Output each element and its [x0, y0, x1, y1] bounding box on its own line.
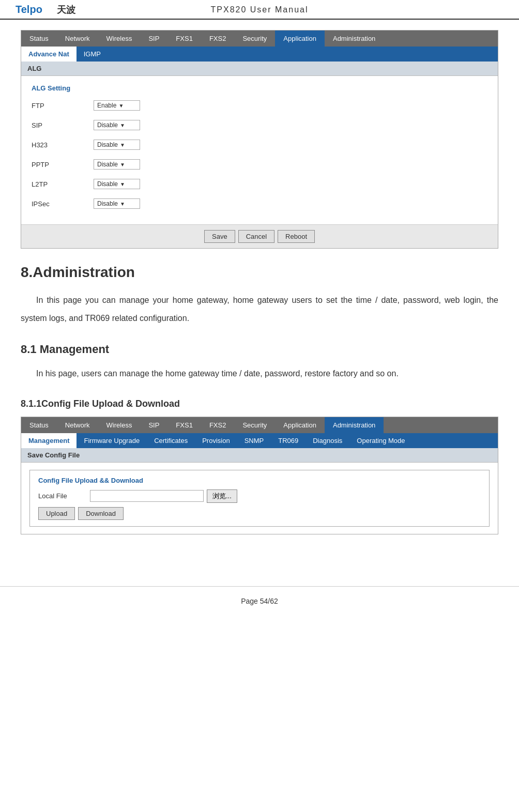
doc-management-section: 8.1 Management In his page, users can ma… [21, 343, 498, 382]
alg-section-header: ALG [21, 62, 498, 76]
nav-status[interactable]: Status [21, 30, 57, 47]
svg-text:Telpo: Telpo [16, 4, 42, 15]
browse-button[interactable]: 浏览... [207, 489, 237, 503]
h323-label: H323 [32, 141, 94, 149]
h323-select[interactable]: Disable ▼ [94, 140, 140, 150]
download-button[interactable]: Download [78, 507, 124, 520]
sub-nav-certificates[interactable]: Certificates [147, 433, 195, 448]
sip-dropdown-icon: ▼ [120, 122, 136, 128]
ipsec-label: IPSec [32, 200, 94, 208]
ftp-label: FTP [32, 102, 94, 110]
sub-nav-snmp[interactable]: SNMP [237, 433, 271, 448]
ftp-value: Enable [97, 102, 116, 109]
pptp-dropdown-icon: ▼ [120, 162, 136, 167]
sub-nav-igmp[interactable]: IGMP [77, 47, 108, 62]
reboot-button[interactable]: Reboot [278, 230, 315, 243]
page-footer: Page 54/62 [0, 586, 519, 610]
pptp-label: PPTP [32, 161, 94, 168]
sub-nav-tr069[interactable]: TR069 [271, 433, 306, 448]
l2tp-select[interactable]: Disable ▼ [94, 179, 140, 189]
sip-label: SIP [32, 121, 94, 129]
admin-nav-fxs2[interactable]: FXS2 [201, 417, 235, 433]
doc-h3-config: 8.1.1Config File Upload & Download [21, 399, 498, 409]
first-sub-nav-bar: Advance Nat IGMP [21, 47, 498, 62]
doc-h2-management: 8.1 Management [21, 343, 498, 356]
config-file-section: Config File Upload && Download Local Fil… [21, 463, 498, 534]
admin-nav-status[interactable]: Status [21, 417, 57, 433]
l2tp-value: Disable [97, 180, 118, 188]
doc-config-section: 8.1.1Config File Upload & Download Statu… [21, 399, 498, 534]
admin-nav-network[interactable]: Network [57, 417, 98, 433]
admin-nav-application[interactable]: Application [275, 417, 325, 433]
config-subsection-title: Config File Upload && Download [38, 477, 481, 484]
nav-application[interactable]: Application [275, 30, 325, 47]
first-nav-bar: Status Network Wireless SIP FXS1 FXS2 Se… [21, 30, 498, 47]
h323-dropdown-icon: ▼ [120, 142, 136, 148]
ftp-row: FTP Enable ▼ [32, 98, 487, 113]
nav-wireless[interactable]: Wireless [98, 30, 141, 47]
nav-fxs2[interactable]: FXS2 [201, 30, 235, 47]
alg-form-content: ALG Setting FTP Enable ▼ SIP Disable ▼ H… [21, 76, 498, 224]
ftp-select[interactable]: Enable ▼ [94, 100, 140, 111]
alg-subsection-title: ALG Setting [32, 84, 487, 92]
l2tp-dropdown-icon: ▼ [120, 181, 136, 187]
admin-nav-security[interactable]: Security [234, 417, 275, 433]
sub-nav-operating-mode[interactable]: Operating Mode [349, 433, 412, 448]
nav-administration[interactable]: Administration [325, 30, 384, 47]
pptp-value: Disable [97, 161, 118, 168]
cancel-button[interactable]: Cancel [238, 230, 274, 243]
ftp-dropdown-icon: ▼ [118, 103, 136, 109]
admin-nav-fxs1[interactable]: FXS1 [167, 417, 201, 433]
pptp-row: PPTP Disable ▼ [32, 157, 487, 172]
sip-select[interactable]: Disable ▼ [94, 120, 140, 130]
admin-nav-wireless[interactable]: Wireless [98, 417, 141, 433]
page-number: Page 54/62 [241, 597, 278, 605]
logo: Telpo 天波 [16, 2, 75, 18]
doc-p2: In his page, users can manage the home g… [21, 364, 498, 382]
ipsec-row: IPSec Disable ▼ [32, 196, 487, 211]
h323-row: H323 Disable ▼ [32, 137, 487, 152]
logo-chinese-text: 天波 [57, 4, 75, 16]
telpo-logo-icon: Telpo [16, 2, 57, 18]
local-file-label: Local File [38, 492, 90, 500]
first-button-bar: Save Cancel Reboot [21, 224, 498, 248]
page-title: TPX820 User Manual [211, 5, 309, 14]
admin-nav-sip[interactable]: SIP [140, 417, 167, 433]
nav-security[interactable]: Security [234, 30, 275, 47]
ipsec-dropdown-icon: ▼ [120, 201, 136, 207]
local-file-input[interactable] [90, 490, 204, 502]
save-button[interactable]: Save [204, 230, 235, 243]
sip-row: SIP Disable ▼ [32, 118, 487, 132]
ipsec-select[interactable]: Disable ▼ [94, 198, 140, 209]
pptp-select[interactable]: Disable ▼ [94, 159, 140, 170]
main-content: Status Network Wireless SIP FXS1 FXS2 Se… [0, 20, 519, 571]
second-router-ui: Status Network Wireless SIP FXS1 FXS2 Se… [21, 417, 498, 534]
second-sub-nav-bar: Management Firmware Upgrade Certificates… [21, 433, 498, 448]
sub-nav-provision[interactable]: Provision [195, 433, 237, 448]
ipsec-value: Disable [97, 200, 118, 207]
sub-nav-diagnosis[interactable]: Diagnosis [306, 433, 349, 448]
upload-button[interactable]: Upload [38, 507, 75, 520]
local-file-row: Local File 浏览... [38, 489, 481, 503]
h323-value: Disable [97, 141, 118, 148]
save-config-section-header: Save Config File [21, 448, 498, 463]
nav-network[interactable]: Network [57, 30, 98, 47]
second-nav-bar: Status Network Wireless SIP FXS1 FXS2 Se… [21, 417, 498, 433]
page-header: Telpo 天波 TPX820 User Manual [0, 0, 519, 20]
sub-nav-firmware[interactable]: Firmware Upgrade [77, 433, 147, 448]
doc-p1: In this page you can manage your home ga… [21, 291, 498, 327]
sip-value: Disable [97, 121, 118, 129]
doc-administration-section: 8.Administration In this page you can ma… [21, 264, 498, 327]
sub-nav-management[interactable]: Management [21, 433, 77, 448]
config-buttons: Upload Download [38, 507, 481, 520]
nav-fxs1[interactable]: FXS1 [167, 30, 201, 47]
nav-sip[interactable]: SIP [140, 30, 167, 47]
first-router-ui: Status Network Wireless SIP FXS1 FXS2 Se… [21, 30, 498, 249]
l2tp-label: L2TP [32, 180, 94, 188]
l2tp-row: L2TP Disable ▼ [32, 177, 487, 191]
sub-nav-advance-nat[interactable]: Advance Nat [21, 47, 77, 62]
admin-nav-administration[interactable]: Administration [325, 417, 384, 433]
doc-h1-administration: 8.Administration [21, 264, 498, 281]
logo-area: Telpo 天波 [16, 2, 75, 18]
config-subsection: Config File Upload && Download Local Fil… [29, 470, 490, 527]
